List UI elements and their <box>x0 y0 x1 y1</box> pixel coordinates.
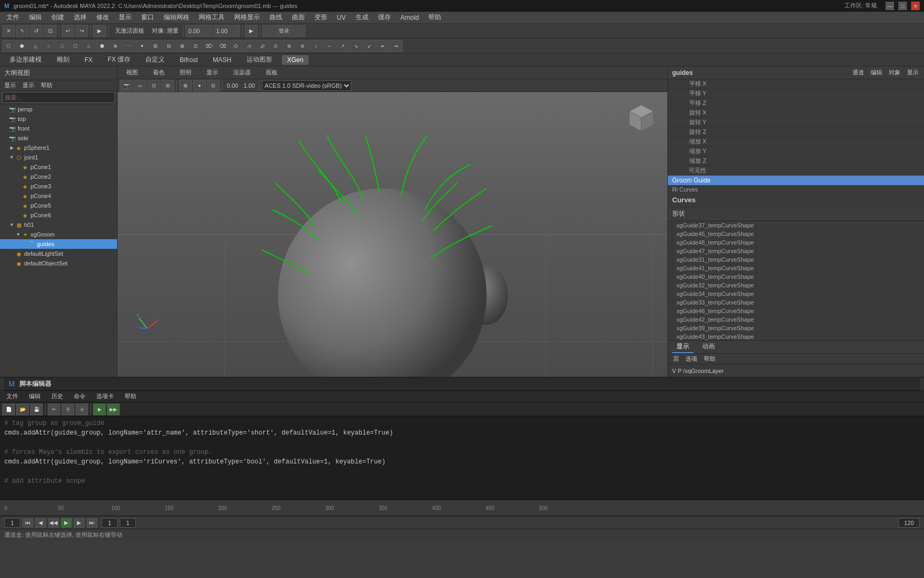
polygon-tool23[interactable]: ⊛ <box>296 40 309 52</box>
maximize-button[interactable]: □ <box>898 2 907 10</box>
textured-button[interactable]: ⊟ <box>207 80 220 92</box>
shape-item[interactable]: xgGuide33_tempCurveShape <box>668 298 924 307</box>
polygon-tool22[interactable]: ⊚ <box>283 40 296 52</box>
polygon-tool20[interactable]: ⌮ <box>256 40 269 52</box>
execute-all-button[interactable]: ▶▶ <box>107 404 120 415</box>
channel-menu[interactable]: 通道 <box>851 69 865 77</box>
polygon-tool15[interactable]: ⊡ <box>189 40 202 52</box>
shape-item[interactable]: xgGuide42_tempCurveShape <box>668 315 924 324</box>
shape-item[interactable]: xgGuide39_tempCurveShape <box>668 324 924 332</box>
polygon-tool16[interactable]: ⌦ <box>203 40 215 52</box>
render-button[interactable]: ▶ <box>93 25 106 37</box>
polygon-tool11[interactable]: ✦ <box>136 40 149 52</box>
shape-item[interactable]: xgGuide40_tempCurveShape <box>668 272 924 281</box>
tree-node-pcone6[interactable]: ▶ ◈ pCone6 <box>0 210 117 220</box>
layer-menu[interactable]: 层 <box>672 355 680 363</box>
module-item-2[interactable]: FX <box>79 55 98 65</box>
module-item-8[interactable]: XGen <box>282 55 309 65</box>
menu-item-网格工具[interactable]: 网格工具 <box>195 12 229 23</box>
help-menu[interactable]: 帮助 <box>703 355 717 363</box>
viewport-grid[interactable]: ⊞ <box>161 80 174 92</box>
shape-item[interactable]: xgGuide48_tempCurveShape <box>668 238 924 247</box>
frame-label-input[interactable] <box>120 518 136 528</box>
polygon-tool17[interactable]: ⌫ <box>216 40 229 52</box>
start-frame-input[interactable] <box>4 518 20 528</box>
go-to-end-button[interactable]: ⏭ <box>87 518 97 528</box>
edit-menu[interactable]: 编辑 <box>25 391 45 401</box>
menu-item-曲线[interactable]: 曲线 <box>265 12 287 23</box>
viewport-view-menu[interactable]: 视图 <box>122 67 142 78</box>
current-frame-input[interactable] <box>102 518 118 528</box>
edit-menu[interactable]: 编辑 <box>869 69 883 77</box>
tabs-menu[interactable]: 选项卡 <box>92 391 118 401</box>
polygon-tool8[interactable]: ⬣ <box>96 40 109 52</box>
login-button[interactable]: 登录 <box>263 25 305 37</box>
polygon-tool29[interactable]: ↚ <box>376 40 389 52</box>
polygon-tool7[interactable]: ⌂ <box>82 40 95 52</box>
outliner-help-menu[interactable]: 帮助 <box>38 81 55 89</box>
orientation-cube[interactable] <box>624 101 659 135</box>
end-frame-input[interactable] <box>898 518 920 528</box>
tab-display[interactable]: 显示 <box>672 341 694 353</box>
move-tool-button[interactable]: ↖ <box>16 25 29 37</box>
minimize-button[interactable]: — <box>886 2 894 10</box>
tree-node-psphere1[interactable]: ▶ ◈ pSphere1 <box>0 143 117 153</box>
polygon-tool14[interactable]: ⊠ <box>176 40 189 52</box>
go-to-start-button[interactable]: ⏮ <box>22 518 33 528</box>
copy-button[interactable]: ⎘ <box>61 404 74 415</box>
menu-item-编辑网格[interactable]: 编辑网格 <box>159 12 194 23</box>
display-menu[interactable]: 显示 <box>906 69 920 77</box>
menu-item-编辑[interactable]: 编辑 <box>25 12 46 23</box>
tree-node-pcone4[interactable]: ▶ ◈ pCone4 <box>0 191 117 201</box>
selected-node-bar[interactable]: Groom Guide <box>668 176 924 185</box>
module-item-3[interactable]: FX 缓存 <box>102 54 136 65</box>
tree-node-persp[interactable]: 📷 persp <box>0 104 117 114</box>
menu-item-Arnold[interactable]: Arnold <box>396 13 424 22</box>
close-button[interactable]: ✕ <box>911 2 920 10</box>
shape-item[interactable]: xgGuide46_tempCurveShape <box>668 307 924 315</box>
tree-node-guides[interactable]: ▶ ⌒ guides <box>0 239 117 249</box>
tree-node-pcone1[interactable]: ▶ ◈ pCone1 <box>0 162 117 172</box>
menu-item-变形[interactable]: 变形 <box>310 12 332 23</box>
open-script-button[interactable]: 📂 <box>16 404 29 415</box>
script-help-menu[interactable]: 帮助 <box>120 391 141 401</box>
menu-item-网格显示[interactable]: 网格显示 <box>230 12 264 23</box>
shape-item[interactable]: xgGuide32_tempCurveShape <box>668 281 924 290</box>
history-menu[interactable]: 历史 <box>47 391 67 401</box>
paste-button[interactable]: ⎗ <box>75 404 88 415</box>
shape-item[interactable]: xgGuide47_tempCurveShape <box>668 247 924 255</box>
polygon-tool2[interactable]: ⬢ <box>16 40 28 52</box>
new-script-button[interactable]: 📄 <box>2 404 15 415</box>
polygon-tool12[interactable]: ⊞ <box>149 40 162 52</box>
viewport-display-menu[interactable]: 显示 <box>202 67 222 78</box>
menu-item-UV[interactable]: UV <box>333 13 350 22</box>
viewport-shading-menu[interactable]: 着色 <box>149 67 169 78</box>
scale-tool-button[interactable]: ⊡ <box>44 25 57 37</box>
module-item-0[interactable]: 多边形建模 <box>4 54 47 65</box>
play-button[interactable]: ▶ <box>245 25 258 37</box>
tree-node-default-light-set[interactable]: ◉ defaultLightSet <box>0 249 117 258</box>
module-item-1[interactable]: 雕刻 <box>51 54 75 65</box>
menu-item-曲面[interactable]: 曲面 <box>288 12 309 23</box>
viewport-renderer-menu[interactable]: 渲染器 <box>229 67 255 78</box>
tree-node-xggroom[interactable]: ▼ ✦ xgGroom <box>0 230 117 239</box>
shape-item[interactable]: xgGuide41_tempCurveShape <box>668 264 924 272</box>
command-menu[interactable]: 命令 <box>70 391 90 401</box>
object-menu[interactable]: 对象 <box>888 69 902 77</box>
script-content[interactable]: # tag group as groom_guide cmds.addAttr(… <box>0 416 924 500</box>
undo-button[interactable]: ↩ <box>61 25 74 37</box>
tree-node-h01[interactable]: ▼ ▦ h01 <box>0 220 117 230</box>
menu-item-缓存[interactable]: 缓存 <box>374 12 395 23</box>
module-item-4[interactable]: 自定义 <box>140 54 170 65</box>
polygon-tool26[interactable]: ↗ <box>336 40 349 52</box>
menu-item-创建[interactable]: 创建 <box>47 12 68 23</box>
polygon-tool18[interactable]: ⌬ <box>229 40 242 52</box>
outliner-show-menu[interactable]: 显示 <box>20 81 36 89</box>
select-tool-button[interactable]: ✕ <box>2 25 15 37</box>
tree-node-pcone5[interactable]: ▶ ◈ pCone5 <box>0 201 117 210</box>
tree-node-default-object-set[interactable]: ◉ defaultObjectSet <box>0 258 117 268</box>
module-item-6[interactable]: MASH <box>207 55 237 65</box>
viewport-select1[interactable]: ▭ <box>134 80 147 92</box>
polygon-tool10[interactable]: ⋯ <box>122 40 135 52</box>
shape-item[interactable]: xgGuide45_tempCurveShape <box>668 230 924 238</box>
